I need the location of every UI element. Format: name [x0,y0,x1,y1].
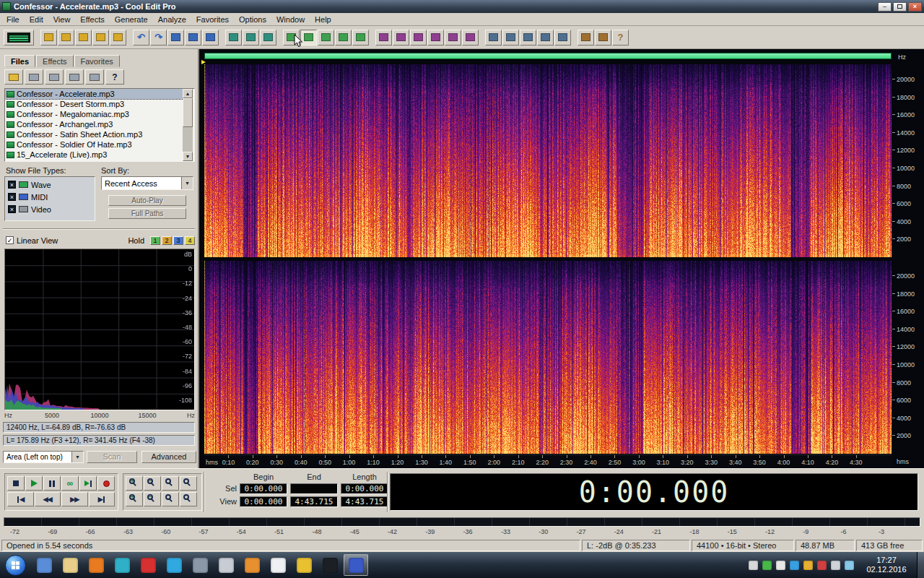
refresh-list-button[interactable] [65,69,84,85]
cut-button[interactable] [167,30,184,46]
tray-cloud-icon[interactable] [790,561,799,570]
file-item[interactable]: Confessor - Accelerate.mp3 [5,89,183,99]
go-to-end-button[interactable]: ▶ [89,492,116,506]
zoom-right-edge-button[interactable] [180,492,197,506]
stop-button[interactable] [7,476,25,491]
menu-window[interactable]: Window [271,14,310,25]
help-button[interactable]: ? [105,69,124,85]
time-field-sel-begin[interactable]: 0:00.000 [240,483,287,494]
hold-button-2[interactable]: 2 [162,236,172,245]
file-item[interactable]: Confessor - Desert Storm.mp3 [5,99,183,109]
tab-files[interactable]: Files [4,55,35,67]
taskbar-skype[interactable] [162,554,186,576]
reverb-button[interactable] [445,30,461,46]
fast-forward-button[interactable]: ▶▶ [61,492,88,506]
redo-button[interactable]: ↷ [150,30,167,46]
mix-paste-button[interactable] [225,30,242,46]
paste-button[interactable] [202,30,219,46]
noise-reduction-button[interactable] [485,30,502,46]
go-to-beginning-button[interactable]: ◀ [7,492,34,506]
file-info-button[interactable] [45,69,64,85]
tray-update-icon[interactable] [803,561,813,570]
copy-button[interactable] [185,30,201,46]
play-list-button[interactable] [554,30,571,46]
taskbar-firefox[interactable] [84,554,108,576]
advanced-button[interactable]: Advanced [141,451,196,463]
rewind-button[interactable]: ◀◀ [35,492,61,506]
spectrogram-right-channel[interactable] [204,261,892,454]
menu-options[interactable]: Options [234,14,271,25]
taskbar-media-player[interactable] [110,554,134,576]
taskbar-calculator[interactable] [32,554,56,576]
timeline-ruler[interactable]: hms 0:100:200:300:400:501:001:101:201:30… [204,454,892,467]
zoom-in-vertical-button[interactable]: + [126,492,143,506]
taskbar-command-prompt[interactable] [318,554,342,576]
open-file-button[interactable] [58,30,74,46]
checkbox-midi[interactable]: × [8,193,16,201]
cue-list-button[interactable] [537,30,554,46]
tray-security-icon[interactable] [817,561,827,570]
zoom-full-button[interactable] [162,476,179,491]
taskbar-opera[interactable] [136,554,160,576]
pause-button[interactable] [43,476,61,491]
edit-multitrack-toggle-button[interactable] [4,30,34,46]
menu-effects[interactable]: Effects [75,14,109,25]
hold-button-1[interactable]: 1 [150,236,160,245]
taskbar-clock[interactable]: 17:27 02.12.2016 [860,556,912,574]
new-file-button[interactable] [40,30,57,46]
menu-analyze[interactable]: Analyze [153,14,191,25]
zoom-left-edge-button[interactable] [162,492,179,506]
show-hidden-icons-icon[interactable] [749,561,758,570]
scroll-up-icon[interactable]: ▲ [183,89,193,98]
statistics-button[interactable] [352,30,369,46]
batch-script-button[interactable] [520,30,536,46]
auto-play-button[interactable]: Auto-Play [108,195,186,206]
linear-view-checkbox[interactable]: ✓ [6,236,14,244]
frequency-analysis-button[interactable] [318,30,334,46]
start-button[interactable] [5,555,26,576]
play-looped-button[interactable]: ∞ [61,476,79,491]
taskbar-chrome[interactable] [292,554,316,576]
horizontal-range-bar[interactable] [204,53,892,59]
checkbox-wave[interactable]: × [8,181,16,189]
phase-analysis-button[interactable] [335,30,352,46]
tray-graphics-icon[interactable] [776,561,785,570]
help-button[interactable]: ? [612,30,629,46]
scrollbar-thumb[interactable] [183,98,193,127]
spectrogram-left-channel[interactable] [204,64,892,257]
menu-edit[interactable]: Edit [25,14,48,25]
keyboard-shortcuts-button[interactable] [595,30,611,46]
fft-filter-button[interactable] [502,30,519,46]
hold-button-4[interactable]: 4 [185,236,195,245]
list-options-button[interactable] [85,69,104,85]
menu-favorites[interactable]: Favorites [191,14,234,25]
minimize-button[interactable]: – [878,2,892,12]
file-item[interactable]: Confessor - Archangel.mp3 [5,119,183,129]
analysis-canvas[interactable] [5,249,194,410]
compressor-button[interactable] [427,30,444,46]
tab-favorites[interactable]: Favorites [74,55,120,67]
options-button[interactable] [578,30,594,46]
area-dropdown[interactable]: Area (Left on top) ▼ [3,451,84,463]
zoom-out-vertical-button[interactable]: − [144,492,161,506]
file-list-scrollbar[interactable]: ▲ ▼ [183,89,193,161]
save-as-button[interactable] [92,30,109,46]
time-field-view-end[interactable]: 4:43.715 [290,496,338,507]
show-desktop-button[interactable] [917,552,924,578]
taskbar-phone-suite[interactable] [188,554,212,576]
zoom-to-selection-button[interactable] [180,476,197,491]
full-paths-button[interactable]: Full Paths [108,208,186,219]
menu-view[interactable]: View [48,14,76,25]
menu-file[interactable]: File [1,14,25,25]
scan-button[interactable]: Scan [87,451,137,463]
close-button[interactable]: × [908,2,922,12]
taskbar-file-explorer[interactable] [58,554,82,576]
time-field-view-begin[interactable]: 0:00.000 [240,496,287,507]
open-file-button[interactable] [4,69,23,85]
menu-generate[interactable]: Generate [110,14,153,25]
hold-button-3[interactable]: 3 [173,236,183,245]
save-file-button[interactable] [75,30,92,46]
maximize-button[interactable] [893,2,907,12]
close-file-button[interactable] [110,30,126,46]
tray-volume-icon[interactable] [831,561,840,570]
